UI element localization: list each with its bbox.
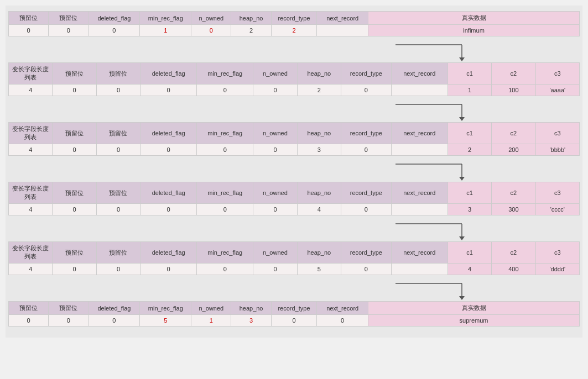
- sup-col-rectype: record_type: [271, 302, 317, 315]
- r2-res1: 0: [53, 144, 96, 156]
- r1-deleted: 0: [141, 85, 197, 96]
- infimum-reserved2: 0: [49, 25, 89, 36]
- r4-c1: 4: [447, 264, 491, 275]
- r2-col-res2: 预留位: [96, 123, 140, 144]
- arrow-svg-3: [8, 161, 580, 181]
- r3-rectype: 0: [341, 204, 392, 215]
- r2-c3: 'bbbb': [535, 144, 579, 156]
- r4-col-heapno: heap_no: [297, 242, 341, 264]
- arrow-svg-5: [8, 281, 580, 300]
- r1-col-varlen: 变长字段长度列表: [9, 63, 53, 85]
- col-header-realdata: 真实数据: [368, 12, 580, 25]
- sup-col-res1: 预留位: [9, 302, 49, 315]
- col-header-rectype: record_type: [271, 12, 317, 25]
- sup-deleted: 0: [89, 315, 140, 327]
- arrow-svg-2: [8, 102, 580, 121]
- r3-col-nowned: n_owned: [253, 182, 297, 204]
- r4-col-rectype: record_type: [341, 242, 392, 264]
- sup-nowned: 1: [191, 315, 231, 327]
- r4-c3: 'dddd': [535, 264, 579, 275]
- r3-c3: 'cccc': [535, 204, 579, 215]
- record1-table: 变长字段长度列表 预留位 预留位 deleted_flag min_rec_fl…: [8, 62, 580, 96]
- r2-col-c2: c2: [492, 123, 535, 144]
- r3-col-varlen: 变长字段长度列表: [9, 182, 53, 204]
- infimum-reserved1: 0: [9, 25, 49, 36]
- svg-marker-9: [459, 177, 465, 181]
- r3-varlen: 4: [9, 204, 53, 215]
- r4-res1: 0: [53, 264, 96, 275]
- r3-col-res1: 预留位: [53, 182, 96, 204]
- infimum-deleted: 0: [89, 25, 140, 36]
- arrow-svg-1: [8, 42, 580, 61]
- r3-c2: 300: [492, 204, 535, 215]
- sup-rectype: 0: [271, 315, 317, 327]
- r1-col-nowned: n_owned: [253, 63, 297, 85]
- r3-col-c2: c2: [492, 182, 535, 204]
- infimum-table: 预留位 预留位 deleted_flag min_rec_flag n_owne…: [8, 11, 580, 36]
- r3-c1: 3: [447, 204, 491, 215]
- svg-marker-12: [459, 236, 465, 240]
- r3-col-rectype: record_type: [341, 182, 392, 204]
- r2-rectype: 0: [341, 144, 392, 156]
- svg-marker-2: [459, 57, 465, 61]
- record2-table: 变长字段长度列表 预留位 预留位 deleted_flag min_rec_fl…: [8, 122, 580, 156]
- r1-col-res2: 预留位: [96, 63, 140, 85]
- svg-marker-15: [459, 296, 465, 300]
- r3-col-c1: c1: [447, 182, 491, 204]
- r3-deleted: 0: [141, 204, 197, 215]
- r3-heapno: 4: [297, 204, 341, 215]
- svg-marker-6: [459, 117, 465, 121]
- r3-col-nextrec: next_record: [391, 182, 447, 204]
- r1-col-res1: 预留位: [53, 63, 96, 85]
- r2-col-nowned: n_owned: [253, 123, 297, 144]
- col-header-reserved2: 预留位: [49, 12, 89, 25]
- r3-nextrec: [391, 204, 447, 215]
- r4-col-minrec: min_rec_flag: [197, 242, 253, 264]
- r3-col-deleted: deleted_flag: [141, 182, 197, 204]
- r4-varlen: 4: [9, 264, 53, 275]
- arrow-r1-r2: [8, 102, 580, 121]
- infimum-nowned: 0: [191, 25, 231, 36]
- r3-col-minrec: min_rec_flag: [197, 182, 253, 204]
- r1-col-rectype: record_type: [341, 63, 392, 85]
- col-header-nextrec: next_record: [317, 12, 368, 25]
- sup-col-realdata: 真实数据: [368, 302, 580, 315]
- r1-col-c1: c1: [447, 63, 491, 85]
- r1-res2: 0: [96, 85, 140, 96]
- r2-col-rectype: record_type: [341, 123, 392, 144]
- supremum-table: 预留位 预留位 deleted_flag min_rec_flag n_owne…: [8, 301, 580, 327]
- sup-col-res2: 预留位: [49, 302, 89, 315]
- page-container: 预留位 预留位 deleted_flag min_rec_flag n_owne…: [6, 6, 582, 338]
- r3-res1: 0: [53, 204, 96, 215]
- r3-col-res2: 预留位: [96, 182, 140, 204]
- sup-col-nowned: n_owned: [191, 302, 231, 315]
- r2-col-minrec: min_rec_flag: [197, 123, 253, 144]
- r2-minrec: 0: [197, 144, 253, 156]
- sup-minrec: 5: [140, 315, 191, 327]
- r1-nextrec: [391, 85, 447, 96]
- r4-heapno: 5: [297, 264, 341, 275]
- r3-col-heapno: heap_no: [297, 182, 341, 204]
- r1-col-heapno: heap_no: [297, 63, 341, 85]
- r2-col-varlen: 变长字段长度列表: [9, 123, 53, 144]
- col-header-minrec: min_rec_flag: [140, 12, 191, 25]
- r4-col-deleted: deleted_flag: [141, 242, 197, 264]
- r1-c1: 1: [447, 85, 491, 96]
- r2-varlen: 4: [9, 144, 53, 156]
- infimum-heapno: 2: [231, 25, 271, 36]
- r2-c2: 200: [492, 144, 535, 156]
- record3-block: 变长字段长度列表 预留位 预留位 deleted_flag min_rec_fl…: [8, 182, 580, 215]
- infimum-nextrec: [317, 25, 368, 36]
- arrow-r4-sup: [8, 281, 580, 300]
- r4-col-nextrec: next_record: [391, 242, 447, 264]
- sup-col-nextrec: next_record: [317, 302, 368, 315]
- record3-table: 变长字段长度列表 预留位 预留位 deleted_flag min_rec_fl…: [8, 182, 580, 215]
- r1-col-deleted: deleted_flag: [141, 63, 197, 85]
- r4-col-c3: c3: [535, 242, 579, 264]
- r4-res2: 0: [96, 264, 140, 275]
- sup-col-heapno: heap_no: [231, 302, 271, 315]
- record1-block: 变长字段长度列表 预留位 预留位 deleted_flag min_rec_fl…: [8, 62, 580, 96]
- r4-col-varlen: 变长字段长度列表: [9, 242, 53, 264]
- infimum-realdata: infimum: [368, 25, 580, 36]
- record2-block: 变长字段长度列表 预留位 预留位 deleted_flag min_rec_fl…: [8, 122, 580, 156]
